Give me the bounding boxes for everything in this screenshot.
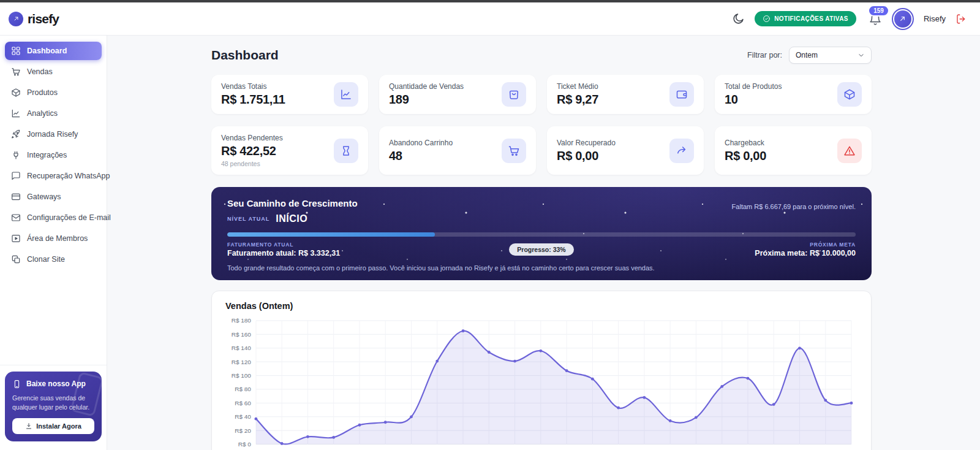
page-title: Dashboard bbox=[211, 48, 279, 63]
sidebar-item-label: Recuperação WhatsApp bbox=[27, 172, 110, 180]
chart-icon bbox=[11, 109, 21, 118]
stat-card-chargeback: ChargebackR$ 0,00 bbox=[715, 126, 872, 175]
stat-card-abandono-carrinho: Abandono Carrinho48 bbox=[379, 126, 536, 175]
stat-cards-grid: Vendas TotaisR$ 1.751,11Quantidade de Ve… bbox=[211, 75, 872, 175]
user-name: Risefy bbox=[924, 14, 946, 23]
sidebar-item-jornada-risefy[interactable]: Jornada Risefy bbox=[5, 125, 102, 143]
stat-card-value: 189 bbox=[389, 93, 464, 107]
stat-card-label: Ticket Médio bbox=[557, 82, 598, 91]
sidebar-item-produtos[interactable]: Produtos bbox=[5, 83, 102, 102]
svg-text:R$ 80: R$ 80 bbox=[235, 386, 251, 392]
growth-footer-text: Todo grande resultado começa com o prime… bbox=[227, 264, 856, 272]
notifications-bell[interactable]: 159 bbox=[869, 12, 882, 26]
phone-ghost-decoration bbox=[70, 372, 102, 417]
sidebar-item-label: Integrações bbox=[27, 151, 67, 159]
chart-icon bbox=[334, 82, 358, 107]
redo-icon bbox=[669, 139, 694, 163]
wallet-icon bbox=[669, 82, 694, 107]
sidebar-item-vendas[interactable]: Vendas bbox=[5, 63, 102, 81]
svg-text:R$ 100: R$ 100 bbox=[232, 372, 252, 379]
sidebar-item-dashboard[interactable]: Dashboard bbox=[5, 42, 102, 60]
sidebar-item-analytics[interactable]: Analytics bbox=[5, 104, 102, 123]
bag-icon bbox=[502, 82, 526, 107]
stat-card-label: Quantidade de Vendas bbox=[389, 82, 464, 91]
risefy-logo-text: risefy bbox=[28, 12, 59, 26]
stat-card-label: Vendas Pendentes bbox=[221, 134, 283, 142]
filter-label: Filtrar por: bbox=[747, 51, 782, 59]
svg-text:R$ 60: R$ 60 bbox=[235, 400, 251, 406]
package-icon bbox=[837, 82, 862, 107]
mail-icon bbox=[11, 213, 21, 223]
stat-card-vendas-pendentes: Vendas PendentesR$ 422,5248 pendentes bbox=[211, 126, 368, 175]
growth-title: Seu Caminho de Crescimento bbox=[227, 198, 358, 208]
svg-text:R$ 120: R$ 120 bbox=[232, 359, 252, 365]
notifications-active-badge[interactable]: NOTIFICAÇÕES ATIVAS bbox=[755, 11, 856, 26]
chart-title: Vendas (Ontem) bbox=[225, 301, 858, 311]
card-icon bbox=[11, 192, 21, 202]
stat-card-value: 10 bbox=[725, 93, 782, 107]
stat-card-total-de-produtos: Total de Produtos10 bbox=[715, 75, 872, 114]
sidebar-item-label: Clonar Site bbox=[27, 255, 65, 264]
stat-card-value: 48 bbox=[389, 149, 453, 163]
logout-button[interactable] bbox=[956, 13, 967, 25]
stat-card-vendas-totais: Vendas TotaisR$ 1.751,11 bbox=[211, 75, 368, 114]
level-label: NÍVEL ATUAL bbox=[227, 216, 270, 222]
warning-icon bbox=[837, 139, 862, 163]
video-icon bbox=[11, 234, 21, 243]
sidebar-item-label: Analytics bbox=[27, 109, 58, 118]
sidebar-item-label: Configurações de E-mail bbox=[27, 213, 111, 222]
plug-icon bbox=[11, 150, 21, 160]
clone-icon bbox=[11, 254, 21, 264]
stat-card-value: R$ 422,52 bbox=[221, 144, 283, 158]
filter-select[interactable]: Ontem bbox=[789, 47, 872, 64]
grid-icon bbox=[11, 46, 21, 56]
svg-text:R$ 180: R$ 180 bbox=[232, 317, 252, 324]
sidebar-item-recuperacao-whatsapp[interactable]: Recuperação WhatsApp bbox=[5, 167, 102, 185]
sidebar-item-label: Gateways bbox=[27, 193, 61, 201]
stat-card-value: R$ 1.751,11 bbox=[221, 93, 285, 107]
stat-card-label: Chargeback bbox=[725, 139, 766, 147]
svg-text:R$ 40: R$ 40 bbox=[235, 413, 251, 420]
sidebar-item-configuracoes-de-e-mail[interactable]: Configurações de E-mail bbox=[5, 208, 102, 227]
remaining-text: Faltam R$ 6.667,69 para o próximo nível. bbox=[732, 203, 856, 210]
check-circle-icon bbox=[763, 15, 771, 23]
stat-card-ticket-medio: Ticket MédioR$ 9,27 bbox=[547, 75, 704, 114]
install-app-button[interactable]: Instalar Agora bbox=[12, 418, 94, 434]
stat-card-value: R$ 0,00 bbox=[557, 149, 616, 163]
dark-mode-toggle[interactable] bbox=[732, 12, 745, 25]
svg-text:R$ 20: R$ 20 bbox=[235, 427, 251, 434]
stat-card-value: R$ 9,27 bbox=[557, 93, 598, 107]
avatar[interactable] bbox=[892, 8, 914, 30]
logout-icon bbox=[956, 13, 967, 25]
app-promo-card: Baixe nosso App Gerencie suas vendas de … bbox=[5, 372, 102, 441]
sidebar-nav: DashboardVendasProdutosAnalyticsJornada … bbox=[0, 36, 107, 271]
notifications-active-label: NOTIFICAÇÕES ATIVAS bbox=[774, 15, 848, 22]
rocket-icon bbox=[11, 129, 21, 139]
sidebar-item-integracoes[interactable]: Integrações bbox=[5, 146, 102, 164]
hourglass-icon bbox=[334, 139, 358, 163]
app-header: risefy NOTIFICAÇÕES ATIVAS 159 Risefy bbox=[0, 2, 980, 36]
sidebar-item-area-de-membros[interactable]: Área de Membros bbox=[5, 229, 102, 248]
current-revenue-label: FATURAMENTO ATUAL bbox=[227, 242, 509, 248]
notification-count-badge: 159 bbox=[868, 5, 889, 17]
package-icon bbox=[11, 88, 21, 97]
next-goal-value: Próxima meta: R$ 10.000,00 bbox=[574, 249, 856, 257]
sidebar-item-label: Produtos bbox=[27, 88, 58, 97]
chevron-down-icon bbox=[858, 51, 865, 59]
svg-text:R$ 140: R$ 140 bbox=[232, 345, 252, 351]
stat-card-quantidade-de-vendas: Quantidade de Vendas189 bbox=[379, 75, 536, 114]
download-icon bbox=[25, 422, 32, 430]
progress-pill: Progresso: 33% bbox=[509, 243, 573, 256]
sidebar-item-clonar-site[interactable]: Clonar Site bbox=[5, 250, 102, 269]
growth-banner: Seu Caminho de Crescimento NÍVEL ATUAL I… bbox=[211, 187, 872, 280]
cart-icon bbox=[502, 139, 526, 163]
risefy-logo: risefy bbox=[9, 12, 59, 26]
sidebar-item-gateways[interactable]: Gateways bbox=[5, 188, 102, 206]
level-value: INÍCIO bbox=[276, 213, 307, 224]
chat-icon bbox=[11, 171, 21, 181]
avatar-arrow-icon bbox=[894, 10, 911, 28]
stat-card-subtitle: 48 pendentes bbox=[221, 160, 283, 167]
stat-card-value: R$ 0,00 bbox=[725, 149, 766, 163]
stat-card-label: Vendas Totais bbox=[221, 82, 285, 91]
current-revenue-value: Faturamento atual: R$ 3.332,31 bbox=[227, 249, 509, 257]
